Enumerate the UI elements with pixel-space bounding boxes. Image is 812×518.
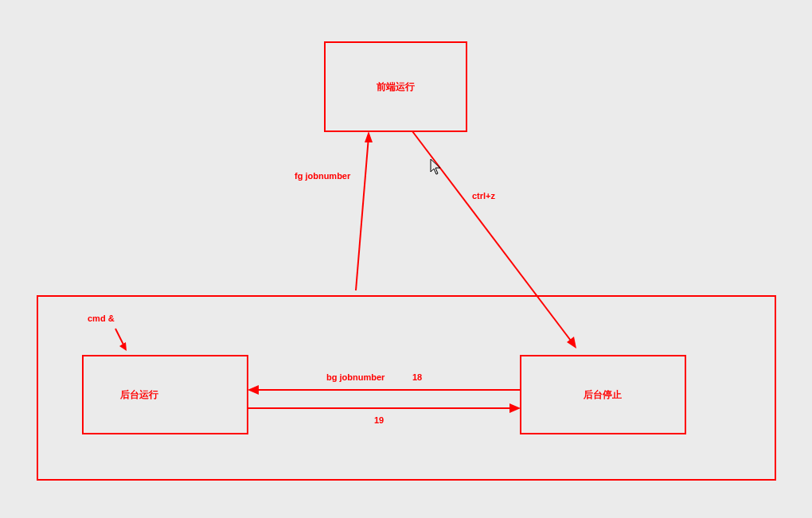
arrow-fg-jobnumber [356, 131, 373, 290]
label-nineteen: 19 [374, 415, 384, 425]
svg-marker-0 [365, 131, 373, 142]
node-foreground-label: 前端运行 [376, 81, 415, 92]
arrow-ctrl-z [412, 131, 576, 349]
node-bg-running [83, 356, 248, 434]
node-bg-running-label: 后台运行 [119, 389, 158, 400]
label-fg-jobnumber: fg jobnumber [295, 171, 351, 181]
background-container [37, 296, 775, 480]
label-bg-jobnumber: bg jobnumber [326, 372, 385, 382]
arrow-bg-jobnumber [248, 385, 521, 395]
label-eighteen: 18 [412, 372, 422, 382]
arrow-nineteen [248, 403, 521, 413]
label-cmd-amp: cmd & [88, 314, 115, 323]
label-ctrl-z: ctrl+z [472, 191, 496, 201]
arrow-cmd-amp [115, 329, 127, 351]
node-bg-stopped-label: 后台停止 [583, 389, 622, 400]
diagram-canvas: 前端运行 后台运行 后台停止 fg jobnumber ctrl+z cmd &… [0, 0, 812, 518]
svg-marker-4 [248, 385, 259, 395]
svg-marker-6 [509, 403, 521, 413]
